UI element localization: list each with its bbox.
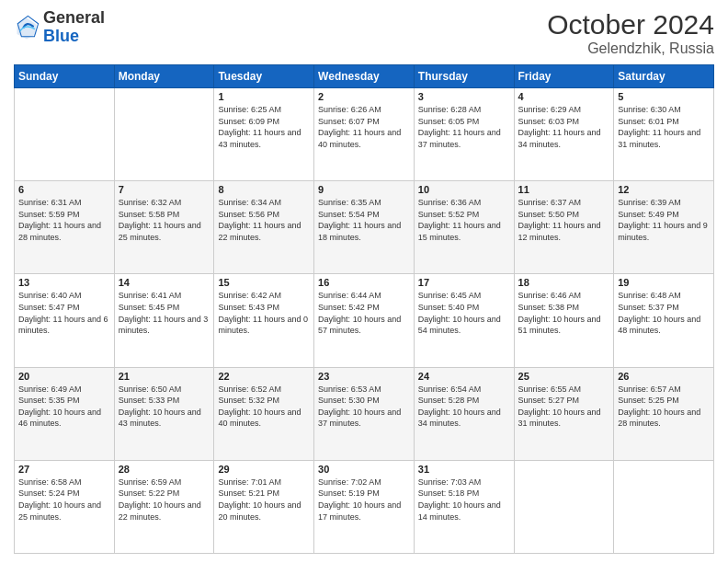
calendar-cell: 31Sunrise: 7:03 AM Sunset: 5:18 PM Dayli… [414,460,514,553]
cell-info: Sunrise: 6:59 AM Sunset: 5:22 PM Dayligh… [119,477,210,523]
calendar-cell: 11Sunrise: 6:37 AM Sunset: 5:50 PM Dayli… [514,181,614,274]
calendar-cell: 12Sunrise: 6:39 AM Sunset: 5:49 PM Dayli… [614,181,714,274]
day-number: 27 [18,464,110,475]
calendar-cell: 14Sunrise: 6:41 AM Sunset: 5:45 PM Dayli… [114,274,214,367]
calendar-cell: 30Sunrise: 7:02 AM Sunset: 5:19 PM Dayli… [314,460,415,553]
calendar-cell: 4Sunrise: 6:29 AM Sunset: 6:03 PM Daylig… [514,88,614,181]
calendar-cell [614,460,714,553]
cell-info: Sunrise: 7:01 AM Sunset: 5:21 PM Dayligh… [218,477,310,523]
cell-info: Sunrise: 6:37 AM Sunset: 5:50 PM Dayligh… [518,197,610,243]
calendar-cell: 25Sunrise: 6:55 AM Sunset: 5:27 PM Dayli… [514,367,614,460]
calendar-cell: 23Sunrise: 6:53 AM Sunset: 5:30 PM Dayli… [314,367,415,460]
cell-info: Sunrise: 6:48 AM Sunset: 5:37 PM Dayligh… [618,290,710,336]
cell-info: Sunrise: 6:52 AM Sunset: 5:32 PM Dayligh… [218,384,310,430]
day-number: 15 [218,277,310,288]
calendar-cell: 6Sunrise: 6:31 AM Sunset: 5:59 PM Daylig… [15,181,115,274]
calendar-cell: 15Sunrise: 6:42 AM Sunset: 5:43 PM Dayli… [214,274,314,367]
calendar-cell: 17Sunrise: 6:45 AM Sunset: 5:40 PM Dayli… [414,274,514,367]
day-number: 25 [518,371,610,382]
calendar-week-row: 20Sunrise: 6:49 AM Sunset: 5:35 PM Dayli… [15,367,714,460]
calendar-cell: 13Sunrise: 6:40 AM Sunset: 5:47 PM Dayli… [15,274,115,367]
calendar-cell: 26Sunrise: 6:57 AM Sunset: 5:25 PM Dayli… [614,367,714,460]
page-header: General Blue October 2024 Gelendzhik, Ru… [14,9,714,57]
day-number: 21 [119,371,210,382]
calendar-cell: 29Sunrise: 7:01 AM Sunset: 5:21 PM Dayli… [214,460,314,553]
cell-info: Sunrise: 6:28 AM Sunset: 6:05 PM Dayligh… [418,104,510,150]
cell-info: Sunrise: 6:42 AM Sunset: 5:43 PM Dayligh… [218,290,310,336]
calendar-day-header: Tuesday [214,65,314,88]
calendar-cell: 1Sunrise: 6:25 AM Sunset: 6:09 PM Daylig… [214,88,314,181]
calendar-day-header: Monday [114,65,214,88]
calendar-week-row: 27Sunrise: 6:58 AM Sunset: 5:24 PM Dayli… [15,460,714,553]
cell-info: Sunrise: 6:50 AM Sunset: 5:33 PM Dayligh… [119,384,210,430]
calendar-cell: 19Sunrise: 6:48 AM Sunset: 5:37 PM Dayli… [614,274,714,367]
cell-info: Sunrise: 7:03 AM Sunset: 5:18 PM Dayligh… [418,477,510,523]
cell-info: Sunrise: 6:44 AM Sunset: 5:42 PM Dayligh… [318,290,410,336]
calendar-cell: 18Sunrise: 6:46 AM Sunset: 5:38 PM Dayli… [514,274,614,367]
cell-info: Sunrise: 6:45 AM Sunset: 5:40 PM Dayligh… [418,290,510,336]
day-number: 7 [119,184,210,195]
location: Gelendzhik, Russia [547,40,714,57]
cell-info: Sunrise: 6:53 AM Sunset: 5:30 PM Dayligh… [318,384,410,430]
cell-info: Sunrise: 6:57 AM Sunset: 5:25 PM Dayligh… [618,384,710,430]
cell-info: Sunrise: 6:40 AM Sunset: 5:47 PM Dayligh… [18,290,110,336]
calendar-cell: 16Sunrise: 6:44 AM Sunset: 5:42 PM Dayli… [314,274,415,367]
day-number: 26 [618,371,710,382]
calendar-cell: 2Sunrise: 6:26 AM Sunset: 6:07 PM Daylig… [314,88,415,181]
cell-info: Sunrise: 6:32 AM Sunset: 5:58 PM Dayligh… [119,197,210,243]
logo: General Blue [14,9,105,46]
day-number: 9 [318,184,410,195]
logo-general: General [43,8,105,27]
calendar-cell: 20Sunrise: 6:49 AM Sunset: 5:35 PM Dayli… [15,367,115,460]
day-number: 14 [119,277,210,288]
calendar-cell: 28Sunrise: 6:59 AM Sunset: 5:22 PM Dayli… [114,460,214,553]
calendar-header-row: SundayMondayTuesdayWednesdayThursdayFrid… [15,65,714,88]
day-number: 11 [518,184,610,195]
cell-info: Sunrise: 6:46 AM Sunset: 5:38 PM Dayligh… [518,290,610,336]
day-number: 24 [418,371,510,382]
cell-info: Sunrise: 6:25 AM Sunset: 6:09 PM Dayligh… [218,104,310,150]
calendar-cell: 5Sunrise: 6:30 AM Sunset: 6:01 PM Daylig… [614,88,714,181]
calendar-cell [114,88,214,181]
calendar-week-row: 1Sunrise: 6:25 AM Sunset: 6:09 PM Daylig… [15,88,714,181]
day-number: 30 [318,464,410,475]
calendar-cell: 8Sunrise: 6:34 AM Sunset: 5:56 PM Daylig… [214,181,314,274]
calendar-week-row: 6Sunrise: 6:31 AM Sunset: 5:59 PM Daylig… [15,181,714,274]
calendar-table: SundayMondayTuesdayWednesdayThursdayFrid… [14,64,714,554]
cell-info: Sunrise: 6:36 AM Sunset: 5:52 PM Dayligh… [418,197,510,243]
day-number: 20 [18,371,110,382]
day-number: 29 [218,464,310,475]
calendar-week-row: 13Sunrise: 6:40 AM Sunset: 5:47 PM Dayli… [15,274,714,367]
cell-info: Sunrise: 6:35 AM Sunset: 5:54 PM Dayligh… [318,197,410,243]
calendar-day-header: Friday [514,65,614,88]
day-number: 12 [618,184,710,195]
cell-info: Sunrise: 6:49 AM Sunset: 5:35 PM Dayligh… [18,384,110,430]
calendar-cell: 3Sunrise: 6:28 AM Sunset: 6:05 PM Daylig… [414,88,514,181]
cell-info: Sunrise: 6:29 AM Sunset: 6:03 PM Dayligh… [518,104,610,150]
day-number: 10 [418,184,510,195]
calendar-cell [514,460,614,553]
cell-info: Sunrise: 6:58 AM Sunset: 5:24 PM Dayligh… [18,477,110,523]
calendar-cell: 21Sunrise: 6:50 AM Sunset: 5:33 PM Dayli… [114,367,214,460]
calendar-day-header: Sunday [15,65,115,88]
day-number: 17 [418,277,510,288]
day-number: 19 [618,277,710,288]
cell-info: Sunrise: 6:41 AM Sunset: 5:45 PM Dayligh… [119,290,210,336]
logo-blue: Blue [43,27,79,45]
day-number: 16 [318,277,410,288]
day-number: 8 [218,184,310,195]
calendar-cell [15,88,115,181]
cell-info: Sunrise: 7:02 AM Sunset: 5:19 PM Dayligh… [318,477,410,523]
day-number: 5 [618,91,710,102]
calendar-day-header: Wednesday [314,65,415,88]
calendar-cell: 24Sunrise: 6:54 AM Sunset: 5:28 PM Dayli… [414,367,514,460]
calendar-cell: 10Sunrise: 6:36 AM Sunset: 5:52 PM Dayli… [414,181,514,274]
day-number: 2 [318,91,410,102]
calendar-cell: 9Sunrise: 6:35 AM Sunset: 5:54 PM Daylig… [314,181,415,274]
cell-info: Sunrise: 6:26 AM Sunset: 6:07 PM Dayligh… [318,104,410,150]
day-number: 3 [418,91,510,102]
cell-info: Sunrise: 6:30 AM Sunset: 6:01 PM Dayligh… [618,104,710,150]
logo-icon [14,15,40,40]
calendar-day-header: Thursday [414,65,514,88]
day-number: 23 [318,371,410,382]
